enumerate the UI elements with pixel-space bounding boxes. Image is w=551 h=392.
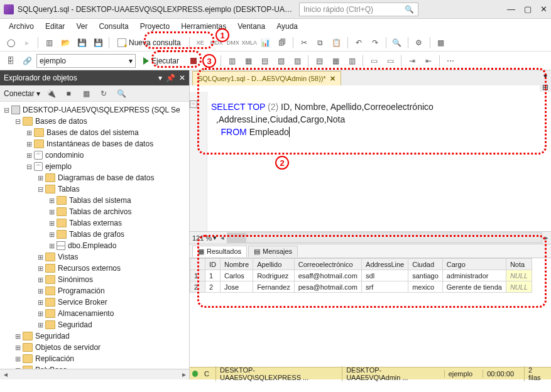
tree-replicacion[interactable]: ⊞Replicación (1, 353, 189, 364)
tree-instant[interactable]: ⊞Instantáneas de bases de datos (1, 138, 189, 150)
sqlcmd-button[interactable]: ▨ (290, 54, 304, 68)
object-tree[interactable]: ⊟DESKTOP-UAAE5VQ\SQLEXPRESS (SQL Se ⊟Bas… (0, 102, 189, 369)
tree-tgrafos[interactable]: ⊞Tablas de grafos (1, 229, 189, 240)
tree-texternas[interactable]: ⊞Tablas externas (1, 217, 189, 229)
mdx-button[interactable]: MDX (210, 36, 224, 50)
results-grid-button[interactable]: ▦ (329, 54, 342, 68)
menu-archivo[interactable]: Archivo (4, 21, 39, 32)
registered-button[interactable]: 🗐 (275, 36, 289, 50)
use-db-icon[interactable]: 🗄 (4, 54, 18, 68)
nav-back-button[interactable]: ◯ (4, 36, 18, 50)
close-button[interactable]: ✕ (540, 4, 547, 14)
nav-fwd-button[interactable]: ▸ (20, 36, 34, 50)
save-all-button[interactable]: 💾 (91, 36, 105, 50)
menu-editar[interactable]: Editar (40, 21, 70, 32)
uncomment-button[interactable]: ▭ (383, 54, 397, 68)
results-text-button[interactable]: ▤ (312, 54, 326, 68)
tree-polybase[interactable]: ⊞PolyBase (1, 364, 189, 369)
find-button[interactable]: 🔍 (390, 36, 404, 50)
disconnect-icon[interactable]: 🔌 (44, 87, 58, 101)
tree-seguridad[interactable]: ⊞Seguridad (1, 330, 189, 342)
tree-tsistema[interactable]: ⊞Tablas del sistema (1, 195, 189, 206)
table-row[interactable]: 2 2 Jose Fernandez pesa@hotmail.com srf … (190, 281, 532, 293)
scroll-right-icon[interactable]: ▸ (545, 234, 548, 242)
xmla-button[interactable]: XMLA (243, 36, 256, 50)
ejecutar-button[interactable]: Ejecutar (138, 54, 184, 68)
tree-recursos[interactable]: ⊞Recursos externos (1, 263, 189, 274)
live-stats-button[interactable]: ▤ (258, 54, 271, 68)
tree-almacenamiento[interactable]: ⊞Almacenamiento (1, 308, 189, 319)
dropdown-icon[interactable]: ▾ (158, 74, 162, 82)
tab-resultados[interactable]: ▦ Resultados (192, 246, 247, 257)
document-tab[interactable]: SQLQuery1.sql - D...AE5VQ\Admin (58))* ✕ (192, 71, 341, 85)
paste-button[interactable]: 📋 (330, 36, 344, 50)
tree-bases[interactable]: ⊟Bases de datos (1, 116, 189, 127)
results-file-button[interactable]: ▥ (345, 54, 359, 68)
tree-seguridad-in[interactable]: ⊞Seguridad (1, 319, 189, 330)
maximize-button[interactable]: ▢ (524, 4, 532, 14)
close-tab-icon[interactable]: ✕ (330, 75, 336, 83)
cut-button[interactable]: ✂ (297, 36, 311, 50)
nueva-consulta-button[interactable]: Nueva consulta (113, 36, 185, 50)
tab-mensajes[interactable]: ▤ Mensajes (248, 246, 298, 257)
tree-vistas[interactable]: ⊞Vistas (1, 251, 189, 263)
activity-button[interactable]: 📊 (259, 36, 273, 50)
filter-icon[interactable]: ▦ (79, 87, 93, 101)
tree-server[interactable]: ⊟DESKTOP-UAAE5VQ\SQLEXPRESS (SQL Se (1, 104, 189, 116)
search-icon[interactable]: 🔍 (114, 87, 128, 101)
chevron-down-icon[interactable]: ▾ (213, 234, 217, 242)
change-connection-icon[interactable]: 🔗 (20, 54, 34, 68)
parse-button[interactable]: ✔ (203, 54, 217, 68)
tree-programacion[interactable]: ⊞Programación (1, 285, 189, 297)
minimize-button[interactable]: — (507, 4, 515, 14)
tab-menu-icon[interactable]: ▾ (543, 72, 547, 80)
outdent-button[interactable]: ⇤ (422, 54, 435, 68)
fold-icon[interactable]: − (190, 101, 197, 108)
quick-launch-input[interactable]: Inicio rápido (Ctrl+Q) 🔍 (299, 3, 418, 16)
tree-ejemplo[interactable]: ⊟ejemplo (1, 161, 189, 172)
menu-proyecto[interactable]: Proyecto (135, 21, 175, 32)
tree-h-scrollbar[interactable]: ◂▸ (0, 369, 189, 379)
new-project-button[interactable]: ▥ (42, 36, 56, 50)
refresh-icon[interactable]: ↻ (97, 87, 111, 101)
results-grid[interactable]: ID Nombre Apellido Correoelectrónico Add… (190, 258, 551, 379)
sql-code[interactable]: SELECT TOP (2) ID, Nombre, Apellido,Corr… (207, 92, 437, 231)
indent-button[interactable]: ⇥ (405, 54, 419, 68)
stop-icon[interactable]: ■ (62, 87, 75, 101)
table-row[interactable]: 1 1 Carlos Rodriguez esaff@hotmail.com s… (190, 270, 532, 281)
toolbox-strip-icon[interactable]: ⊞ (542, 83, 548, 92)
database-dropdown[interactable]: ejemplo ▾ (36, 54, 136, 68)
sql-editor[interactable]: − SELECT TOP (2) ID, Nombre, Apellido,Co… (190, 92, 551, 231)
menu-ayuda[interactable]: Ayuda (271, 21, 303, 32)
zoom-level[interactable]: 121 % (192, 234, 212, 242)
tree-tablas[interactable]: ⊟Tablas (1, 183, 189, 195)
xe-button[interactable]: XE (194, 36, 207, 50)
include-plan-button[interactable]: ▦ (241, 54, 255, 68)
tree-diagramas[interactable]: ⊞Diagramas de base de datos (1, 172, 189, 183)
undo-button[interactable]: ↶ (352, 36, 366, 50)
toolbox-button[interactable]: ▦ (434, 36, 448, 50)
menu-ventana[interactable]: Ventana (232, 21, 270, 32)
tree-tarchivos[interactable]: ⊞Tablas de archivos (1, 206, 189, 217)
tree-condominio[interactable]: ⊞condominio (1, 150, 189, 161)
dmx-button[interactable]: DMX (226, 36, 240, 50)
save-button[interactable]: 💾 (75, 36, 89, 50)
connect-button[interactable]: Conectar ▾ (4, 89, 40, 98)
specify-values-button[interactable]: ⋯ (444, 54, 457, 68)
tree-service[interactable]: ⊞Service Broker (1, 297, 189, 308)
pin-icon[interactable]: 📌 (166, 74, 175, 82)
client-stats-button[interactable]: ▧ (274, 54, 288, 68)
debug-button[interactable] (187, 54, 200, 68)
tree-sinonimos[interactable]: ⊞Sinónimos (1, 274, 189, 285)
estimated-plan-button[interactable]: ▥ (225, 54, 239, 68)
scroll-left-icon[interactable]: ◂ (221, 234, 224, 242)
copy-button[interactable]: ⧉ (314, 36, 327, 50)
h-scrollbar[interactable] (227, 232, 542, 243)
open-button[interactable]: 📂 (58, 36, 72, 50)
menu-herramientas[interactable]: Herramientas (176, 21, 231, 32)
tree-objetos-srv[interactable]: ⊞Objetos de servidor (1, 342, 189, 353)
menu-ver[interactable]: Ver (71, 21, 92, 32)
tree-empleado[interactable]: ⊞dbo.Empleado (1, 240, 189, 251)
close-panel-icon[interactable]: ✕ (179, 74, 185, 82)
menu-consulta[interactable]: Consulta (94, 21, 133, 32)
